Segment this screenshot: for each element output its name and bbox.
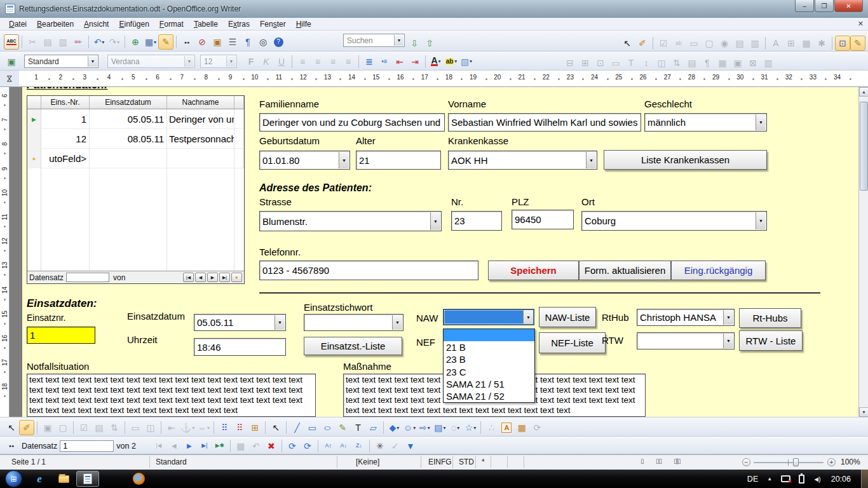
search-combobox[interactable]: Suchen ▼ [343,34,405,47]
strasse-combobox[interactable]: Blumenstr.▼ [259,211,442,231]
uhrzeit-input[interactable]: 18:46 [194,338,286,356]
grid-next-record-button[interactable]: ▶ [207,273,218,282]
next-record-icon[interactable]: ▶ [182,438,197,454]
menu-datei[interactable]: Datei [4,18,32,30]
horizontal-ruler[interactable]: ⋈ 12345678910111213141516171819202122232… [0,71,868,87]
rtw-combobox[interactable]: ▼ [637,332,735,349]
minimize-button[interactable]: – [795,0,814,12]
network-status-icon[interactable] [781,475,790,482]
formatting-marks-icon[interactable]: ¶ [240,34,255,50]
menu-hilfe[interactable]: Hilfe [291,18,316,30]
line-icon[interactable]: ╱ [289,420,304,435]
sort-icon[interactable]: A↕ [321,438,336,454]
last-record-icon[interactable]: ▶| [197,438,212,454]
hyperlink-icon[interactable]: ⊕ [128,34,143,50]
from-file-icon[interactable]: ▦ [514,420,529,435]
naw-option[interactable]: 23 B [444,353,534,365]
highlighting-icon-dropdown[interactable]: ▾ [454,58,457,64]
einsatzdatum-dropdown-icon[interactable]: ▼ [275,315,285,330]
vertical-scrollbar[interactable]: ▲ ▼ [858,87,868,417]
form-filter-icon[interactable]: ▼ [403,438,418,454]
table-row[interactable]: ●utoFeld> [27,149,244,168]
callout-icon[interactable]: ▱ [365,420,381,435]
menu-format[interactable]: Format [154,18,189,30]
krankenkasse-dropdown-icon[interactable]: ▼ [586,152,596,168]
naw-combobox[interactable]: ▼ [443,309,534,325]
language-indicator[interactable]: [Keine] [356,458,379,466]
find-previous-icon[interactable]: ⇧ [422,36,437,51]
stichwort-dropdown-icon[interactable]: ▼ [392,315,402,330]
symbol-shapes-icon[interactable]: ☺▾ [402,420,417,435]
bullet-list-icon[interactable]: •≡ [377,54,392,69]
paragraph-style-combobox[interactable]: Standard ▼ [24,55,98,68]
help-icon[interactable]: ? [271,34,286,50]
redo-icon-dropdown[interactable]: ▾ [117,39,119,45]
zoom-icon[interactable]: ◎ [255,34,271,50]
rtw-dropdown-icon[interactable]: ▼ [723,334,733,348]
grid-column-header[interactable]: Nachname [167,96,234,109]
familienname-input[interactable]: Deringer von und zu Coburg Sachsen und [259,113,445,132]
geburtsdatum-combobox[interactable]: 01.01.80▼ [259,151,350,170]
design-mode-icon[interactable]: ✐ [635,36,650,51]
background-color-icon[interactable]: ▧▾ [459,54,474,69]
document-close-icon[interactable]: ✕ [858,20,864,28]
page-style-indicator[interactable]: Standard [156,458,187,466]
stars-icon-dropdown[interactable]: ▾ [473,425,476,431]
ellipse-icon[interactable]: ○ [320,420,335,435]
grid-new-record-button[interactable]: ● [231,273,242,282]
gallery-icon[interactable]: ▣ [210,34,225,50]
snap-to-grid-icon[interactable]: ⠿ [232,420,247,435]
plz-input[interactable]: 96450 [512,210,574,229]
language-tray-indicator[interactable]: DE [747,475,758,484]
change-anchor-icon-dropdown[interactable]: ▾ [192,425,194,431]
menu-fenster[interactable]: Fenster [255,18,291,30]
nef-liste-button[interactable]: NEF-Liste [539,332,606,353]
scroll-down-icon[interactable]: ▼ [859,407,868,417]
delete-record-icon[interactable]: ✖ [264,438,279,454]
freeform-line-icon[interactable]: ✎ [335,420,350,435]
grid-cell[interactable]: Deringer von un [167,109,234,129]
draw-functions-icon[interactable]: ✎ [158,34,173,50]
increase-indent-icon[interactable]: ⇥ [407,54,423,69]
clock[interactable]: 20:06 [831,475,851,484]
callouts-icon-dropdown[interactable]: ▾ [457,425,459,431]
taskbar-firefox-button[interactable] [127,471,150,487]
control-focus-icon[interactable]: ⊡ [835,36,850,51]
zoom-slider-thumb[interactable] [793,458,799,466]
callouts-icon[interactable]: ◌▾ [447,420,463,435]
rt-hubs-button[interactable]: Rt-Hubs [739,308,801,328]
table-row[interactable]: ▶105.05.11Deringer von un [27,109,244,129]
grid-cell[interactable]: 12 [41,129,90,149]
grid-cell[interactable]: 08.05.11 [90,129,167,149]
naw-option[interactable]: 23 C [444,366,534,378]
rtw-liste-button[interactable]: RTW - Liste [739,330,803,351]
vertical-ruler[interactable]: 6789101112131415161718 [0,87,10,417]
table-icon-dropdown[interactable]: ▾ [154,39,156,45]
show-desktop-button[interactable] [861,470,868,488]
menu-tabelle[interactable]: Tabelle [189,18,223,30]
select-pointer-icon[interactable]: ↖ [620,36,635,51]
font-color-icon-dropdown[interactable]: ▾ [438,58,441,64]
autofilter-icon[interactable]: ✳ [372,438,388,454]
highlighting-icon[interactable]: ab▾ [444,54,459,69]
find-replace-icon[interactable]: ●● [179,34,194,50]
geschlecht-dropdown-icon[interactable]: ▼ [756,114,766,130]
naw-liste-button[interactable]: NAW-Liste [539,307,596,327]
grid-cell[interactable]: Testpersonnachn [167,129,234,149]
undo-icon-dropdown[interactable]: ▾ [102,39,104,45]
grid-cell[interactable]: utoFeld> [41,149,90,168]
find-record-icon[interactable]: ●● [4,438,19,454]
table-icon[interactable]: ▦▾ [143,34,158,50]
refresh-control-icon[interactable]: ⟳ [300,438,315,454]
naw-dropdown-icon[interactable]: ▼ [523,310,533,324]
taskbar-explorer-button[interactable] [52,471,75,487]
text-icon[interactable]: T [350,420,365,435]
search-dropdown-icon[interactable]: ▼ [394,35,403,46]
record-number-input[interactable]: 1 [60,440,114,452]
book-view-icon[interactable]: ▯|▯ [674,458,681,464]
display-grid-icon[interactable]: ⠿ [217,420,232,435]
sort-ascending-icon[interactable]: A↓ [336,438,351,454]
zoom-out-icon[interactable]: − [742,458,750,466]
menu-extras[interactable]: Extras [223,18,255,30]
alignment-icon-dropdown[interactable]: ▾ [207,425,210,431]
